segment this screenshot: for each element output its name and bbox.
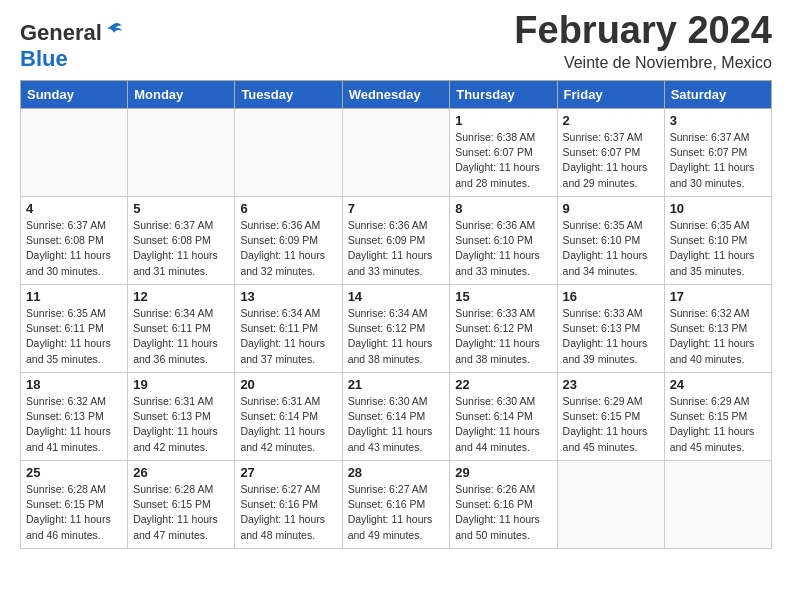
calendar-day-cell: 9Sunrise: 6:35 AM Sunset: 6:10 PM Daylig… — [557, 197, 664, 285]
weekday-header-tuesday: Tuesday — [235, 81, 342, 109]
calendar-day-cell: 24Sunrise: 6:29 AM Sunset: 6:15 PM Dayli… — [664, 373, 771, 461]
day-number: 7 — [348, 201, 445, 216]
logo-blue: Blue — [20, 46, 68, 72]
day-info: Sunrise: 6:35 AM Sunset: 6:11 PM Dayligh… — [26, 306, 122, 367]
day-number: 2 — [563, 113, 659, 128]
page-header: General Blue February 2024 Veinte de Nov… — [20, 10, 772, 72]
calendar-day-cell: 2Sunrise: 6:37 AM Sunset: 6:07 PM Daylig… — [557, 109, 664, 197]
calendar-day-cell: 13Sunrise: 6:34 AM Sunset: 6:11 PM Dayli… — [235, 285, 342, 373]
calendar-day-cell: 11Sunrise: 6:35 AM Sunset: 6:11 PM Dayli… — [21, 285, 128, 373]
day-info: Sunrise: 6:33 AM Sunset: 6:13 PM Dayligh… — [563, 306, 659, 367]
day-info: Sunrise: 6:34 AM Sunset: 6:12 PM Dayligh… — [348, 306, 445, 367]
day-info: Sunrise: 6:26 AM Sunset: 6:16 PM Dayligh… — [455, 482, 551, 543]
title-section: February 2024 Veinte de Noviembre, Mexic… — [514, 10, 772, 72]
day-number: 15 — [455, 289, 551, 304]
day-info: Sunrise: 6:31 AM Sunset: 6:14 PM Dayligh… — [240, 394, 336, 455]
day-number: 25 — [26, 465, 122, 480]
calendar-day-cell: 1Sunrise: 6:38 AM Sunset: 6:07 PM Daylig… — [450, 109, 557, 197]
weekday-header-monday: Monday — [128, 81, 235, 109]
calendar-week-row: 25Sunrise: 6:28 AM Sunset: 6:15 PM Dayli… — [21, 461, 772, 549]
calendar-header-row: SundayMondayTuesdayWednesdayThursdayFrid… — [21, 81, 772, 109]
logo: General Blue — [20, 20, 124, 72]
day-number: 20 — [240, 377, 336, 392]
weekday-header-sunday: Sunday — [21, 81, 128, 109]
day-number: 12 — [133, 289, 229, 304]
day-number: 1 — [455, 113, 551, 128]
calendar-day-cell: 19Sunrise: 6:31 AM Sunset: 6:13 PM Dayli… — [128, 373, 235, 461]
day-info: Sunrise: 6:36 AM Sunset: 6:09 PM Dayligh… — [240, 218, 336, 279]
day-number: 13 — [240, 289, 336, 304]
day-number: 9 — [563, 201, 659, 216]
weekday-header-wednesday: Wednesday — [342, 81, 450, 109]
day-number: 19 — [133, 377, 229, 392]
day-info: Sunrise: 6:29 AM Sunset: 6:15 PM Dayligh… — [563, 394, 659, 455]
day-number: 6 — [240, 201, 336, 216]
day-info: Sunrise: 6:30 AM Sunset: 6:14 PM Dayligh… — [455, 394, 551, 455]
calendar-day-cell: 10Sunrise: 6:35 AM Sunset: 6:10 PM Dayli… — [664, 197, 771, 285]
day-info: Sunrise: 6:32 AM Sunset: 6:13 PM Dayligh… — [670, 306, 766, 367]
day-number: 21 — [348, 377, 445, 392]
calendar-day-cell: 22Sunrise: 6:30 AM Sunset: 6:14 PM Dayli… — [450, 373, 557, 461]
day-info: Sunrise: 6:28 AM Sunset: 6:15 PM Dayligh… — [26, 482, 122, 543]
calendar-week-row: 4Sunrise: 6:37 AM Sunset: 6:08 PM Daylig… — [21, 197, 772, 285]
day-info: Sunrise: 6:34 AM Sunset: 6:11 PM Dayligh… — [240, 306, 336, 367]
day-info: Sunrise: 6:37 AM Sunset: 6:07 PM Dayligh… — [670, 130, 766, 191]
calendar-day-cell: 23Sunrise: 6:29 AM Sunset: 6:15 PM Dayli… — [557, 373, 664, 461]
day-info: Sunrise: 6:37 AM Sunset: 6:08 PM Dayligh… — [133, 218, 229, 279]
calendar-day-cell: 17Sunrise: 6:32 AM Sunset: 6:13 PM Dayli… — [664, 285, 771, 373]
day-number: 8 — [455, 201, 551, 216]
calendar-day-cell: 5Sunrise: 6:37 AM Sunset: 6:08 PM Daylig… — [128, 197, 235, 285]
day-info: Sunrise: 6:34 AM Sunset: 6:11 PM Dayligh… — [133, 306, 229, 367]
day-info: Sunrise: 6:35 AM Sunset: 6:10 PM Dayligh… — [563, 218, 659, 279]
calendar-day-cell: 15Sunrise: 6:33 AM Sunset: 6:12 PM Dayli… — [450, 285, 557, 373]
day-number: 3 — [670, 113, 766, 128]
day-info: Sunrise: 6:31 AM Sunset: 6:13 PM Dayligh… — [133, 394, 229, 455]
calendar-day-cell: 20Sunrise: 6:31 AM Sunset: 6:14 PM Dayli… — [235, 373, 342, 461]
calendar-day-cell: 18Sunrise: 6:32 AM Sunset: 6:13 PM Dayli… — [21, 373, 128, 461]
weekday-header-thursday: Thursday — [450, 81, 557, 109]
calendar-day-cell — [128, 109, 235, 197]
calendar-day-cell: 27Sunrise: 6:27 AM Sunset: 6:16 PM Dayli… — [235, 461, 342, 549]
calendar-day-cell: 6Sunrise: 6:36 AM Sunset: 6:09 PM Daylig… — [235, 197, 342, 285]
calendar-day-cell — [21, 109, 128, 197]
calendar-table: SundayMondayTuesdayWednesdayThursdayFrid… — [20, 80, 772, 549]
calendar-day-cell — [342, 109, 450, 197]
calendar-day-cell — [235, 109, 342, 197]
weekday-header-friday: Friday — [557, 81, 664, 109]
day-number: 23 — [563, 377, 659, 392]
calendar-day-cell: 25Sunrise: 6:28 AM Sunset: 6:15 PM Dayli… — [21, 461, 128, 549]
day-info: Sunrise: 6:36 AM Sunset: 6:09 PM Dayligh… — [348, 218, 445, 279]
calendar-day-cell: 28Sunrise: 6:27 AM Sunset: 6:16 PM Dayli… — [342, 461, 450, 549]
day-info: Sunrise: 6:33 AM Sunset: 6:12 PM Dayligh… — [455, 306, 551, 367]
day-info: Sunrise: 6:28 AM Sunset: 6:15 PM Dayligh… — [133, 482, 229, 543]
calendar-week-row: 1Sunrise: 6:38 AM Sunset: 6:07 PM Daylig… — [21, 109, 772, 197]
calendar-day-cell: 26Sunrise: 6:28 AM Sunset: 6:15 PM Dayli… — [128, 461, 235, 549]
calendar-day-cell: 16Sunrise: 6:33 AM Sunset: 6:13 PM Dayli… — [557, 285, 664, 373]
day-number: 5 — [133, 201, 229, 216]
day-number: 18 — [26, 377, 122, 392]
day-number: 28 — [348, 465, 445, 480]
calendar-week-row: 11Sunrise: 6:35 AM Sunset: 6:11 PM Dayli… — [21, 285, 772, 373]
logo-general: General — [20, 20, 102, 46]
calendar-day-cell — [557, 461, 664, 549]
calendar-day-cell: 3Sunrise: 6:37 AM Sunset: 6:07 PM Daylig… — [664, 109, 771, 197]
day-number: 14 — [348, 289, 445, 304]
day-number: 16 — [563, 289, 659, 304]
calendar-day-cell: 7Sunrise: 6:36 AM Sunset: 6:09 PM Daylig… — [342, 197, 450, 285]
calendar-day-cell: 8Sunrise: 6:36 AM Sunset: 6:10 PM Daylig… — [450, 197, 557, 285]
calendar-day-cell: 14Sunrise: 6:34 AM Sunset: 6:12 PM Dayli… — [342, 285, 450, 373]
day-info: Sunrise: 6:37 AM Sunset: 6:08 PM Dayligh… — [26, 218, 122, 279]
day-number: 17 — [670, 289, 766, 304]
logo-bird-icon — [102, 20, 124, 42]
day-info: Sunrise: 6:35 AM Sunset: 6:10 PM Dayligh… — [670, 218, 766, 279]
calendar-day-cell: 21Sunrise: 6:30 AM Sunset: 6:14 PM Dayli… — [342, 373, 450, 461]
day-info: Sunrise: 6:27 AM Sunset: 6:16 PM Dayligh… — [348, 482, 445, 543]
calendar-day-cell: 4Sunrise: 6:37 AM Sunset: 6:08 PM Daylig… — [21, 197, 128, 285]
location-subtitle: Veinte de Noviembre, Mexico — [514, 54, 772, 72]
day-number: 10 — [670, 201, 766, 216]
month-title: February 2024 — [514, 10, 772, 52]
calendar-day-cell: 29Sunrise: 6:26 AM Sunset: 6:16 PM Dayli… — [450, 461, 557, 549]
day-number: 27 — [240, 465, 336, 480]
day-number: 29 — [455, 465, 551, 480]
day-info: Sunrise: 6:27 AM Sunset: 6:16 PM Dayligh… — [240, 482, 336, 543]
